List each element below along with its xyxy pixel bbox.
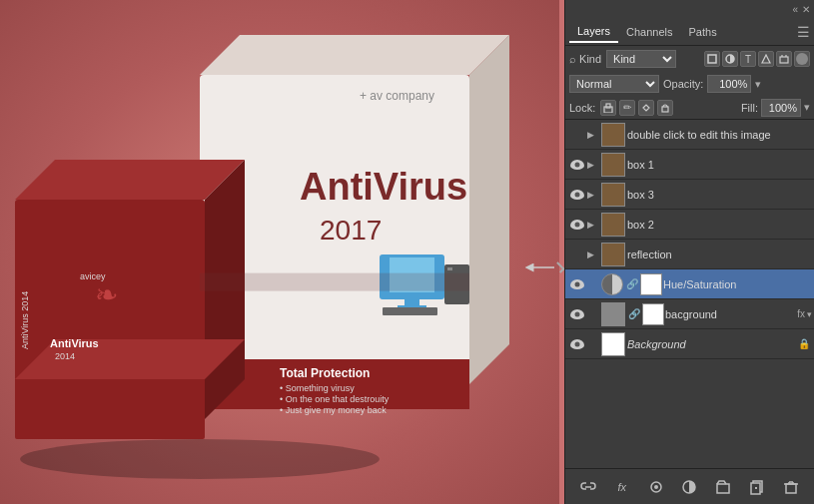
svg-rect-33 [200, 273, 469, 291]
svg-marker-2 [200, 35, 509, 75]
layer-thumbnail [601, 153, 625, 177]
layer-visibility-toggle[interactable] [567, 274, 587, 294]
svg-rect-34 [708, 55, 716, 63]
blend-mode-row: Normal Opacity: ▾ [565, 72, 814, 96]
add-fx-button[interactable]: fx [611, 476, 633, 498]
layer-visibility-toggle[interactable] [567, 215, 587, 235]
panel-topbar: « ✕ [565, 0, 814, 18]
layer-row[interactable]: ▶ box 3 [565, 180, 814, 210]
svg-point-0 [20, 439, 380, 479]
layer-row[interactable]: ▶ box 2 [565, 210, 814, 240]
svg-rect-37 [780, 57, 788, 63]
layer-expand-arrow[interactable]: ▶ [587, 279, 599, 289]
collapse-panel-icon[interactable]: « [792, 4, 798, 15]
svg-text:AntiVirus 2014: AntiVirus 2014 [20, 291, 30, 349]
svg-text:AntiVirus: AntiVirus [300, 166, 467, 208]
svg-rect-17 [405, 299, 419, 305]
layer-name: box 2 [627, 219, 812, 231]
new-layer-button[interactable] [746, 476, 768, 498]
lock-row: Lock: ✏ Fill: ▾ [565, 96, 814, 120]
layer-name: double click to edit this image [627, 129, 812, 141]
svg-text:• Just give my money back: • Just give my money back [280, 405, 387, 415]
fill-dropdown-icon[interactable]: ▾ [804, 101, 810, 114]
layer-row[interactable]: ▶ 🔗 Hue/Saturation [565, 269, 814, 299]
opacity-dropdown-icon[interactable]: ▾ [755, 78, 761, 91]
layer-expand-arrow[interactable]: ▶ [587, 250, 599, 259]
layer-visibility-toggle[interactable] [567, 334, 587, 354]
layer-row[interactable]: ▶ reflection [565, 240, 814, 269]
filter-circle-btn[interactable] [794, 51, 810, 67]
layers-list: ▶ double click to edit this image ▶ box … [565, 120, 814, 468]
svg-text:❧: ❧ [95, 279, 118, 310]
lock-transparent-btn[interactable] [600, 100, 616, 116]
layer-expand-arrow[interactable]: ▶ [587, 220, 599, 230]
layer-expand-arrow[interactable]: ▶ [587, 190, 599, 200]
svg-rect-20 [447, 267, 452, 270]
svg-text:2017: 2017 [320, 215, 382, 246]
fill-label: Fill: [741, 102, 758, 114]
layer-row[interactable]: ▶ 🔗 bacground fx ▾ [565, 299, 814, 329]
fill-input[interactable] [761, 99, 801, 117]
layer-visibility-toggle[interactable] [567, 245, 587, 264]
adj-layer-thumbnail [601, 273, 623, 295]
filter-text-btn[interactable]: T [740, 51, 756, 67]
svg-point-45 [654, 485, 658, 489]
tab-channels[interactable]: Channels [618, 22, 680, 42]
tab-paths[interactable]: Paths [681, 22, 725, 42]
lock-image-btn[interactable]: ✏ [619, 100, 635, 116]
filter-shape-btn[interactable] [758, 51, 774, 67]
svg-text:+ av company: + av company [360, 89, 434, 103]
opacity-label: Opacity: [663, 78, 703, 90]
layer-row[interactable]: ▶ Background 🔒 [565, 329, 814, 359]
opacity-input[interactable] [707, 75, 751, 93]
layer-name: reflection [627, 249, 812, 260]
filter-smart-btn[interactable] [776, 51, 792, 67]
layer-expand-arrow[interactable]: ▶ [587, 339, 599, 349]
panel-bottom-toolbar: fx [565, 468, 814, 504]
svg-rect-21 [383, 307, 437, 315]
close-panel-icon[interactable]: ✕ [802, 4, 810, 15]
layer-thumbnail [601, 183, 625, 207]
layer-mask-thumbnail [640, 273, 662, 295]
filter-adj-btn[interactable] [722, 51, 738, 67]
panel-tabs: Layers Channels Paths ☰ [565, 18, 814, 46]
layer-name: bacground [665, 308, 797, 320]
layer-mask-thumbnail [642, 303, 664, 325]
layer-thumbnail [601, 302, 625, 326]
tab-layers[interactable]: Layers [569, 21, 618, 43]
svg-rect-52 [786, 484, 796, 493]
link-layers-button[interactable] [577, 476, 599, 498]
new-adjustment-button[interactable] [678, 476, 700, 498]
lock-position-btn[interactable] [638, 100, 654, 116]
svg-rect-29 [15, 379, 205, 439]
layer-visibility-toggle[interactable] [567, 125, 587, 145]
new-group-button[interactable] [712, 476, 734, 498]
layer-expand-arrow[interactable]: ▶ [587, 130, 599, 140]
layer-row[interactable]: ▶ double click to edit this image [565, 120, 814, 150]
layer-visibility-toggle[interactable] [567, 155, 587, 175]
layer-row[interactable]: ▶ box 1 [565, 150, 814, 180]
filter-pixel-btn[interactable] [704, 51, 720, 67]
svg-rect-42 [662, 107, 668, 112]
svg-text:Total Protection: Total Protection [280, 366, 370, 380]
layer-thumbnail [601, 332, 625, 356]
layer-expand-arrow[interactable]: ▶ [587, 160, 599, 170]
blend-mode-select[interactable]: Normal [569, 75, 659, 93]
svg-text:2014: 2014 [55, 351, 75, 361]
svg-marker-24 [15, 160, 245, 200]
panel-menu-icon[interactable]: ☰ [797, 24, 810, 40]
filter-row: ⌕ Kind Kind T [565, 46, 814, 72]
layer-thumbnail [601, 243, 625, 266]
delete-layer-button[interactable] [780, 476, 802, 498]
layer-visibility-toggle[interactable] [567, 304, 587, 324]
layer-thumbnail [601, 213, 625, 237]
layer-expand-arrow[interactable]: ▶ [587, 309, 599, 319]
lock-label: Lock: [569, 102, 595, 114]
layer-name: Background [627, 338, 798, 350]
lock-all-btn[interactable] [657, 100, 673, 116]
filter-kind-select[interactable]: Kind [606, 50, 676, 68]
add-mask-button[interactable] [645, 476, 667, 498]
layer-visibility-toggle[interactable] [567, 185, 587, 205]
layer-name: box 1 [627, 159, 812, 171]
filter-kind-label: ⌕ Kind [569, 53, 601, 65]
